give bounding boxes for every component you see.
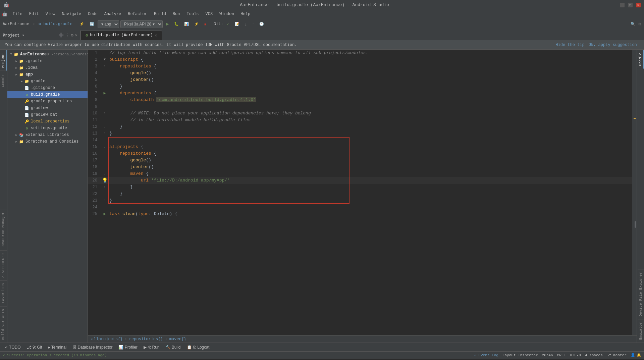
- terminal-btn[interactable]: ▸ Terminal: [46, 344, 69, 350]
- left-tab-structure[interactable]: Z-Structure: [0, 250, 7, 280]
- menu-view[interactable]: View: [43, 11, 58, 17]
- left-tab-favorites[interactable]: Favorites: [0, 280, 7, 306]
- minimize-button[interactable]: —: [620, 3, 625, 7]
- indent[interactable]: 4 spaces: [585, 353, 603, 357]
- git-push-btn[interactable]: ↑: [250, 20, 256, 29]
- menu-edit[interactable]: Edit: [26, 11, 42, 17]
- window-controls[interactable]: — ❐ ✕: [620, 3, 641, 7]
- tab-close-icon[interactable]: ✕: [155, 33, 157, 38]
- tree-item-local-props[interactable]: ▶ 🔑 local.properties: [7, 118, 88, 125]
- debug-btn[interactable]: 🐛: [172, 20, 181, 29]
- spacer: [0, 90, 7, 209]
- project-gear-icon[interactable]: ⋮: [65, 33, 69, 38]
- gutter-21: ○: [101, 184, 108, 191]
- fold-2[interactable]: ▼: [104, 56, 106, 63]
- menu-build[interactable]: Build: [151, 11, 169, 17]
- hide-tip-link[interactable]: Hide the tip: [555, 43, 584, 47]
- line-content-7: dependencies {: [108, 90, 637, 97]
- run-arrow-25[interactable]: ▶: [103, 211, 106, 217]
- build-btn[interactable]: 🔨 Build: [163, 344, 183, 350]
- menu-analyze[interactable]: Analyze: [102, 11, 124, 17]
- line-num-24: 24: [88, 204, 101, 211]
- right-scrollbar[interactable]: [632, 50, 637, 335]
- profile-btn[interactable]: 📊: [182, 20, 191, 29]
- menu-code[interactable]: Code: [85, 11, 100, 17]
- project-close-icon[interactable]: ✕: [75, 33, 77, 38]
- code-line-11: 11 // in the individual module build.gra…: [88, 117, 637, 123]
- breadcrumb-sep-1: ›: [125, 337, 127, 342]
- editor-tab-build-gradle[interactable]: ⚙ build.gradle (AarEntrance) ✕: [80, 31, 162, 40]
- git-btn[interactable]: ⎇ 9: Git: [24, 344, 45, 350]
- app-config-dropdown[interactable]: ▾ app: [98, 20, 119, 28]
- menu-run[interactable]: Run: [170, 11, 183, 17]
- tree-item-idea[interactable]: ▶ 📁 .idea: [7, 64, 88, 71]
- menu-navigate[interactable]: Navigate: [59, 11, 84, 17]
- left-tab-build-variants[interactable]: Build Variants: [0, 306, 7, 343]
- todo-btn[interactable]: ✓ TODO: [2, 344, 23, 350]
- close-button[interactable]: ✕: [636, 3, 641, 7]
- line-sep[interactable]: CRLF: [557, 353, 566, 357]
- notification-actions: Hide the tip Ok, apply suggestion!: [555, 43, 639, 47]
- stop-btn[interactable]: ■: [202, 20, 209, 29]
- breadcrumb-file-label: ⚙ build.gradle: [39, 21, 72, 27]
- project-settings-icon[interactable]: ⚙: [71, 33, 73, 38]
- layout-inspector[interactable]: Layout Inspector: [502, 353, 538, 357]
- line-num-5: 5: [88, 76, 101, 83]
- menu-tools[interactable]: Tools: [184, 11, 202, 17]
- tree-item-external-libs[interactable]: ▶ 📚 External Libraries: [7, 132, 88, 138]
- run-anything-btn[interactable]: ⚡: [77, 20, 86, 29]
- profiler-btn[interactable]: 📊 Profiler: [116, 344, 140, 350]
- breadcrumb-repositories[interactable]: repositories{}: [129, 337, 163, 342]
- left-tab-commit[interactable]: Commit: [0, 71, 7, 90]
- db-inspector-btn[interactable]: 🗄 Database Inspector: [70, 344, 115, 350]
- maximize-button[interactable]: ❐: [628, 3, 633, 7]
- tree-item-aarEntrance[interactable]: ▼ 📁 AarEntrance D:\personal\android\: [7, 51, 88, 58]
- breadcrumb-maven[interactable]: maven{}: [169, 337, 186, 342]
- run-btn-bottom[interactable]: ▶ 4: Run: [141, 344, 162, 350]
- project-tree: ▼ 📁 AarEntrance D:\personal\android\ ▶ 📁…: [7, 50, 88, 343]
- settings-icon: ⚙: [639, 21, 641, 27]
- gutter-12: ○: [101, 123, 108, 130]
- encoding[interactable]: UTF-8: [570, 353, 581, 357]
- left-tab-resource-manager[interactable]: Resource Manager: [0, 209, 7, 250]
- tree-item-build-gradle[interactable]: ▶ ⚙ build.gradle: [7, 91, 88, 98]
- logcat-btn[interactable]: 📋 6: Logcat: [184, 344, 212, 350]
- git-check-btn[interactable]: ✓: [224, 20, 231, 29]
- tree-item-gradle-props[interactable]: ▶ 🔑 gradle.properties: [7, 98, 88, 105]
- right-tab-device-explorer[interactable]: Device File Explorer: [638, 269, 644, 319]
- tree-item-gradlew-bat[interactable]: ▶ 📄 gradlew.bat: [7, 111, 88, 118]
- git-commit-btn[interactable]: 📝: [233, 20, 241, 29]
- run-btn[interactable]: ▶: [164, 20, 171, 29]
- left-tab-project[interactable]: Project: [0, 50, 7, 71]
- search-btn[interactable]: 🔍: [629, 20, 637, 29]
- project-add-icon[interactable]: ➕: [58, 33, 64, 38]
- run-arrow-7[interactable]: ▶: [103, 90, 106, 97]
- breadcrumb-allprojects[interactable]: allprojects{}: [91, 337, 123, 342]
- tree-item-gradle-dir[interactable]: ▶ 📁 .gradle: [7, 58, 88, 64]
- bell-icon[interactable]: 🔔: [637, 353, 641, 357]
- tree-item-gradlew[interactable]: ▶ 📄 gradlew: [7, 105, 88, 111]
- lightbulb-icon[interactable]: 💡: [102, 177, 108, 184]
- sync-btn[interactable]: 🔄: [88, 20, 96, 29]
- right-tab-emulator[interactable]: Emulator: [638, 319, 644, 343]
- right-tab-gradle[interactable]: Gradle: [637, 50, 644, 69]
- git-update-btn[interactable]: ↓: [243, 20, 249, 29]
- git-history-btn[interactable]: 🕐: [257, 20, 266, 29]
- menu-help[interactable]: Help: [238, 11, 253, 17]
- apply-changes-btn[interactable]: ⚡: [192, 20, 201, 29]
- menu-refactor[interactable]: Refactor: [125, 11, 150, 17]
- menu-window[interactable]: Window: [217, 11, 236, 17]
- apply-suggestion-link[interactable]: Ok, apply suggestion!: [589, 43, 639, 47]
- tree-item-settings-gradle[interactable]: ▶ ⚙ settings.gradle: [7, 125, 88, 132]
- device-dropdown[interactable]: Pixel 3a API 28 ▾: [120, 20, 163, 28]
- fold-3[interactable]: ○: [104, 63, 105, 70]
- menu-file[interactable]: File: [10, 11, 25, 17]
- event-log[interactable]: ⚠ Event Log: [474, 353, 498, 357]
- git-branch[interactable]: ⎇ master: [607, 353, 627, 357]
- tree-item-gitignore[interactable]: ▶ 📄 .gitignore: [7, 85, 88, 91]
- tree-item-gradle-sub[interactable]: ▶ 📁 gradle: [7, 78, 88, 85]
- menu-vcs[interactable]: VCS: [203, 11, 216, 17]
- tree-item-scratches[interactable]: ▶ 📁 Scratches and Consoles: [7, 138, 88, 145]
- code-editor[interactable]: 1 // Top-level build file where you can …: [88, 50, 637, 335]
- tree-item-app[interactable]: ▶ 📁 app: [7, 71, 88, 78]
